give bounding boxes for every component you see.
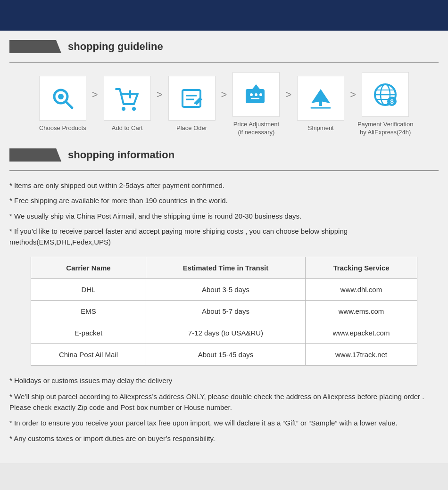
section2-title: shopping information [68, 149, 174, 161]
step-add-to-cart: Add to Cart [99, 76, 156, 132]
step-choose-products: Choose Products [34, 76, 91, 132]
info-item-1: * Free shipping are available for more t… [9, 196, 439, 206]
step-icon-place-order [168, 76, 216, 121]
step-icon-add-to-cart [104, 76, 151, 121]
step-label-add-to-cart: Add to Cart [112, 124, 143, 132]
table-cell-2-1: 7-12 days (to USA&RU) [146, 322, 305, 344]
svg-line-1 [66, 101, 72, 108]
table-cell-3-1: About 15-45 days [146, 344, 305, 366]
note-2: * In order to ensure you receive your pa… [9, 417, 439, 428]
steps-container: Choose Products > Add to Cart > [9, 72, 439, 137]
step-label-choose-products: Choose Products [39, 124, 86, 132]
arrow2: > [156, 89, 164, 101]
section2-divider [9, 170, 439, 171]
top-banner [0, 0, 448, 31]
svg-point-13 [255, 93, 257, 96]
arrow5: > [349, 89, 357, 101]
svg-text:$: $ [390, 98, 394, 105]
svg-rect-7 [183, 90, 200, 107]
svg-rect-10 [246, 89, 265, 103]
step-icon-choose-products [39, 76, 86, 121]
col-tracking: Tracking Service [306, 257, 417, 279]
table-cell-1-1: About 5-7 days [146, 301, 305, 322]
note-1: * We’ll ship out parcel according to Ali… [9, 391, 439, 413]
step-place-order: Place Oder [164, 76, 220, 132]
step-icon-price-adjustment [232, 72, 280, 117]
main-content: shopping guideline Choose Products > [0, 31, 448, 463]
step-payment-verification: $ Payment Verification by AliExpress(24h… [357, 72, 414, 137]
table-cell-2-2: www.epacket.com [306, 322, 417, 344]
table-header-row: Carrier Name Estimated Time in Transit T… [31, 257, 417, 279]
svg-marker-11 [252, 84, 260, 89]
step-shipment: Shipment [292, 76, 349, 132]
table-cell-2-0: E-packet [31, 322, 146, 344]
arrow3: > [220, 89, 228, 101]
table-row: China Post Ail MailAbout 15-45 dayswww.1… [31, 344, 417, 366]
arrow4: > [284, 89, 292, 101]
svg-point-3 [122, 107, 125, 111]
section2-header: shopping information [9, 148, 439, 162]
section1-title: shopping guideline [68, 41, 163, 53]
svg-rect-16 [319, 101, 322, 106]
section1-header: shopping guideline [9, 40, 439, 53]
section1-bar [9, 40, 61, 53]
info-item-2: * We usually ship via China Post Airmail… [9, 211, 439, 222]
step-label-price-adjustment: Price Adjustment(if necessary) [233, 121, 280, 137]
table-row: E-packet7-12 days (to USA&RU)www.epacket… [31, 322, 417, 344]
note-3: * Any customs taxes or import duties are… [9, 433, 439, 444]
svg-point-14 [259, 93, 262, 96]
svg-point-4 [132, 107, 136, 111]
table-row: EMSAbout 5-7 dayswww.ems.com [31, 301, 417, 322]
table-row: DHLAbout 3-5 dayswww.dhl.com [31, 279, 417, 301]
col-transit: Estimated Time in Transit [146, 257, 305, 279]
step-price-adjustment: Price Adjustment(if necessary) [228, 72, 284, 137]
table-cell-3-0: China Post Ail Mail [31, 344, 146, 366]
table-cell-3-2: www.17track.net [306, 344, 417, 366]
arrow1: > [91, 89, 99, 101]
step-icon-payment-verification: $ [362, 72, 409, 117]
info-item-3: * If you’d like to receive parcel faster… [9, 226, 439, 247]
table-cell-0-1: About 3-5 days [146, 279, 305, 301]
note-0: * Holidays or customs issues may delay t… [9, 375, 439, 386]
svg-point-12 [250, 93, 253, 96]
shipping-table: Carrier Name Estimated Time in Transit T… [31, 257, 417, 366]
section1-divider [9, 62, 439, 63]
table-cell-0-0: DHL [31, 279, 146, 301]
table-cell-0-2: www.dhl.com [306, 279, 417, 301]
bottom-notes: * Holidays or customs issues may delay t… [9, 375, 439, 444]
info-list: * Items are only shipped out within 2-5d… [9, 180, 439, 248]
info-item-0: * Items are only shipped out within 2-5d… [9, 180, 439, 191]
section2-bar [9, 148, 61, 162]
step-icon-shipment [297, 76, 344, 121]
step-label-place-order: Place Oder [176, 124, 207, 132]
table-cell-1-2: www.ems.com [306, 301, 417, 322]
svg-point-2 [58, 94, 64, 99]
step-label-payment-verification: Payment Verification by AliExpress(24h) [357, 121, 414, 137]
table-cell-1-0: EMS [31, 301, 146, 322]
step-label-shipment: Shipment [308, 124, 334, 132]
col-carrier: Carrier Name [31, 257, 146, 279]
